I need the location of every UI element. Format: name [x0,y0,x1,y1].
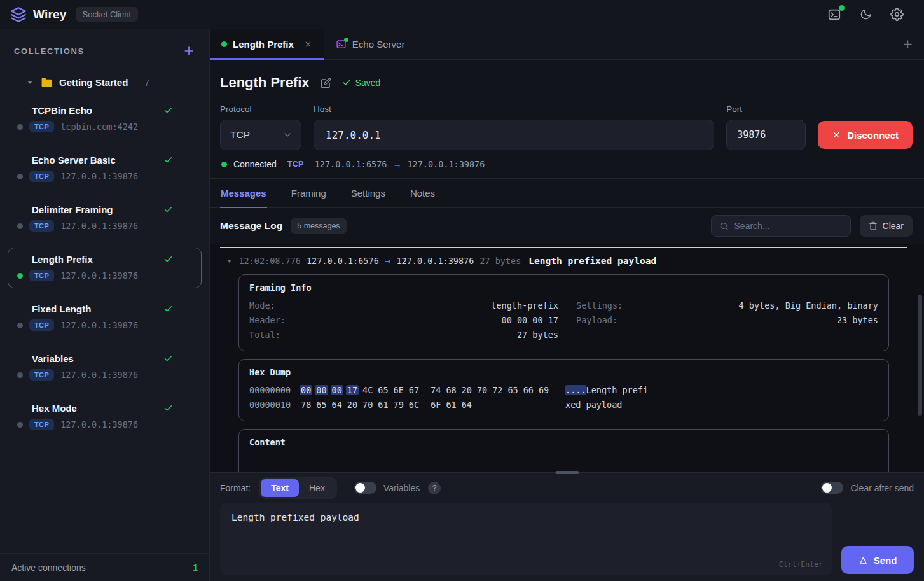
host-input[interactable] [314,120,714,150]
hex-byte: 64 [331,400,343,410]
hex-byte: 70 [476,385,488,395]
connection-address: 127.0.0.1:39876 [60,221,138,231]
connection-status-dot [17,372,23,378]
tab-notes[interactable]: Notes [410,179,436,208]
disconnect-button[interactable]: Disconnect [818,121,913,149]
collection-item-echo-server-basic[interactable]: Echo Server BasicTCP127.0.0.1:39876 [8,148,202,189]
saved-status: Saved [342,78,381,88]
format-label: Format: [220,483,251,493]
collection-item-variables[interactable]: VariablesTCP127.0.0.1:39876 [8,347,202,388]
new-tab-button[interactable] [902,38,924,50]
hex-byte: 74 [429,385,442,395]
hex-byte: 67 [408,385,420,395]
terminal-activity-icon[interactable] [827,8,841,22]
x-icon [832,130,841,139]
composer: Format: TextHex Variables ? Clear after … [210,472,924,581]
variables-help-button[interactable]: ? [428,482,441,494]
message-entry-header[interactable]: ▼ 12:02:08.776 127.0.0.1:6576 → 127.0.0.… [220,255,907,267]
framing-label: Mode: [249,298,275,313]
message-input[interactable]: Length prefixed payload [220,503,832,575]
search-icon [719,221,729,231]
scrollbar-thumb[interactable] [918,295,922,416]
dark-mode-moon-icon[interactable] [860,8,872,20]
message-log-header: Message Log 5 messages Clear [210,208,924,244]
editor-tab-length-prefix[interactable]: Length Prefix [210,29,324,59]
hex-byte: 65 [315,400,328,410]
tab-settings[interactable]: Settings [350,179,386,208]
connected-dot [221,41,227,47]
connection-address: tcpbin.com:4242 [60,122,138,132]
editor-tabbar: Length Prefix Echo Server [210,29,924,60]
check-icon [342,78,351,87]
collection-item-hex-mode[interactable]: Hex ModeTCP127.0.0.1:39876 [8,396,202,437]
framing-info-row: Settings:4 bytes, Big Endian, binary [576,298,878,313]
clear-after-send-toggle[interactable] [821,482,843,494]
editor-tab-echo-server[interactable]: Echo Server [324,29,432,59]
format-option-text[interactable]: Text [261,479,299,497]
connection-address: 127.0.0.1:39876 [60,270,138,281]
hex-bytes: 786564207061796C6F6164 [300,398,554,412]
panel-resize-handle[interactable] [555,471,579,474]
connection-name: Hex Mode [32,403,77,414]
content-box: Content [238,429,889,472]
hex-byte: 61 [445,400,457,410]
framing-value: 4 bytes, Big Endian, binary [739,298,878,313]
collapse-triangle-icon[interactable]: ▼ [228,258,231,264]
close-tab-icon[interactable] [304,40,312,48]
saved-check-icon [163,205,173,214]
collection-item-tcpbin-echo[interactable]: TCPBin EchoTCPtcpbin.com:4242 [8,99,202,139]
trash-icon [869,221,878,230]
status-protocol: TCP [287,160,304,169]
framing-value: 23 bytes [837,313,878,328]
collection-item-length-prefix[interactable]: Length PrefixTCP127.0.0.1:39876 [8,248,202,288]
app-logo-layers-icon [10,6,27,23]
framing-label: Total: [249,328,280,342]
hex-byte: 00 [300,385,312,395]
protocol-badge: TCP [29,369,54,381]
saved-check-icon [163,106,173,115]
clear-log-button[interactable]: Clear [860,215,913,237]
settings-gear-icon[interactable] [890,8,904,21]
connection-address: 127.0.0.1:39876 [60,419,138,430]
sidebar: COLLECTIONS Getting Started 7 TCPBin Ech… [0,29,210,581]
variables-toggle[interactable] [354,482,376,494]
framing-label: Settings: [576,298,623,313]
collection-item-fixed-length[interactable]: Fixed LengthTCP127.0.0.1:39876 [8,297,202,338]
host-label: Host [314,104,714,114]
remote-address: 127.0.0.1:39876 [407,159,485,169]
tab-framing[interactable]: Framing [291,179,327,208]
connection-title: Length Prefix [220,74,310,91]
host-field-group: Host [314,104,714,150]
hex-byte: 72 [491,385,504,395]
connection-status-dot [17,273,23,279]
framing-info-row: Total:27 bytes [249,328,558,342]
protocol-select[interactable]: TCP [220,120,301,150]
edit-name-icon[interactable] [321,78,331,88]
hex-ascii-highlight: .... [565,385,586,395]
folder-icon [41,76,53,88]
tab-messages[interactable]: Messages [220,179,267,208]
port-field-group: Port [726,104,806,150]
search-input[interactable] [734,221,843,231]
format-option-hex[interactable]: Hex [299,479,335,497]
framing-info-row: Header:00 00 00 17 [249,313,558,328]
toggle-knob [355,483,365,493]
send-icon [858,556,868,565]
saved-check-icon [163,354,173,363]
collection-list: TCPBin EchoTCPtcpbin.com:4242Echo Server… [0,95,209,553]
connection-status-dot [17,422,23,428]
arrow-right-icon: → [385,255,391,267]
collection-item-delimiter-framing[interactable]: Delimiter FramingTCP127.0.0.1:39876 [8,198,202,239]
activity-dot [839,5,845,11]
framing-value: length-prefix [491,298,558,313]
port-input[interactable] [726,120,806,150]
framing-value: 27 bytes [517,328,558,342]
connected-dot [221,162,227,167]
hex-dump-box: Hex Dump 00000000000000174C656E677468207… [238,359,889,421]
protocol-badge: TCP [29,171,54,182]
connection-status-dot [17,223,23,229]
send-button[interactable]: Send [841,546,914,574]
folder-item-count: 7 [144,78,149,88]
add-collection-button[interactable] [183,45,195,57]
folder-getting-started[interactable]: Getting Started 7 [0,73,209,95]
